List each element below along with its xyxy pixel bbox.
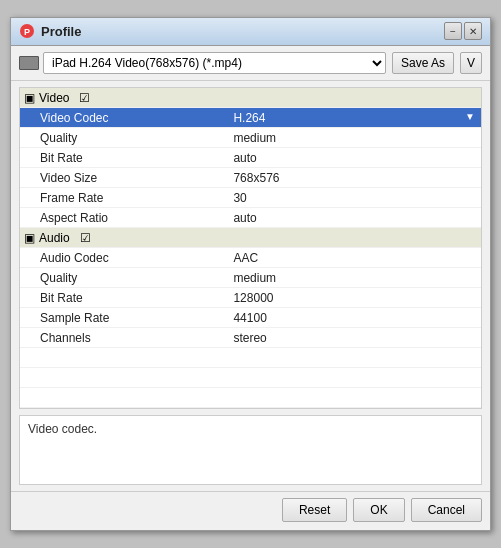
title-bar: P Profile − ✕ [11,18,490,46]
video-size-value: 768x576 [227,168,481,188]
audio-quality-key: Quality [20,268,227,288]
video-quality-value: medium [227,128,481,148]
video-bitrate-row[interactable]: Bit Rate auto [20,148,481,168]
audio-bitrate-key: Bit Rate [20,288,227,308]
audio-codec-key: Audio Codec [20,248,227,268]
v-button[interactable]: V [460,52,482,74]
profile-dialog: P Profile − ✕ iPad H.264 Video(768x576) … [10,17,491,532]
audio-bitrate-value: 128000 [227,288,481,308]
settings-grid: ▣ Video ☑ Video Codec H.264 ▼ Quality me… [20,88,481,409]
audio-codec-value: AAC [227,248,481,268]
window-title: Profile [41,24,438,39]
video-quality-row[interactable]: Quality medium [20,128,481,148]
empty-row-1 [20,348,481,368]
settings-table: ▣ Video ☑ Video Codec H.264 ▼ Quality me… [19,87,482,410]
video-codec-value[interactable]: H.264 ▼ [227,108,481,128]
frame-rate-row[interactable]: Frame Rate 30 [20,188,481,208]
sample-rate-row[interactable]: Sample Rate 44100 [20,308,481,328]
video-codec-key: Video Codec [20,108,227,128]
minimize-button[interactable]: − [444,22,462,40]
button-bar: Reset OK Cancel [11,491,490,530]
video-expand-icon[interactable]: ▣ [24,91,35,105]
profile-file-icon [19,56,39,70]
audio-bitrate-row[interactable]: Bit Rate 128000 [20,288,481,308]
video-size-row[interactable]: Video Size 768x576 [20,168,481,188]
frame-rate-key: Frame Rate [20,188,227,208]
save-as-button[interactable]: Save As [392,52,454,74]
video-quality-key: Quality [20,128,227,148]
profile-select[interactable]: iPad H.264 Video(768x576) (*.mp4) [43,52,386,74]
video-bitrate-value: auto [227,148,481,168]
channels-row[interactable]: Channels stereo [20,328,481,348]
video-codec-dropdown-arrow[interactable]: ▼ [465,111,475,122]
svg-text:P: P [24,27,30,37]
cancel-button[interactable]: Cancel [411,498,482,522]
window-controls: − ✕ [444,22,482,40]
sample-rate-value: 44100 [227,308,481,328]
aspect-ratio-key: Aspect Ratio [20,208,227,228]
channels-key: Channels [20,328,227,348]
description-area: Video codec. [19,415,482,485]
audio-checkbox[interactable]: ☑ [80,231,91,245]
audio-quality-row[interactable]: Quality medium [20,268,481,288]
audio-quality-value: medium [227,268,481,288]
reset-button[interactable]: Reset [282,498,347,522]
frame-rate-value: 30 [227,188,481,208]
audio-codec-row[interactable]: Audio Codec AAC [20,248,481,268]
audio-section-label: Audio [39,231,70,245]
description-text: Video codec. [28,422,97,436]
empty-row-2 [20,368,481,388]
close-button[interactable]: ✕ [464,22,482,40]
aspect-ratio-row[interactable]: Aspect Ratio auto [20,208,481,228]
video-section-label: Video [39,91,69,105]
video-section-row[interactable]: ▣ Video ☑ [20,88,481,108]
app-icon: P [19,23,35,39]
empty-row-3 [20,388,481,408]
sample-rate-key: Sample Rate [20,308,227,328]
content-area: ▣ Video ☑ Video Codec H.264 ▼ Quality me… [11,81,490,492]
video-size-key: Video Size [20,168,227,188]
video-checkbox[interactable]: ☑ [79,91,90,105]
video-codec-row[interactable]: Video Codec H.264 ▼ [20,108,481,128]
audio-expand-icon[interactable]: ▣ [24,231,35,245]
toolbar: iPad H.264 Video(768x576) (*.mp4) Save A… [11,46,490,81]
channels-value: stereo [227,328,481,348]
video-bitrate-key: Bit Rate [20,148,227,168]
profile-selector-wrapper: iPad H.264 Video(768x576) (*.mp4) [19,52,386,74]
ok-button[interactable]: OK [353,498,404,522]
aspect-ratio-value: auto [227,208,481,228]
audio-section-row[interactable]: ▣ Audio ☑ [20,228,481,248]
